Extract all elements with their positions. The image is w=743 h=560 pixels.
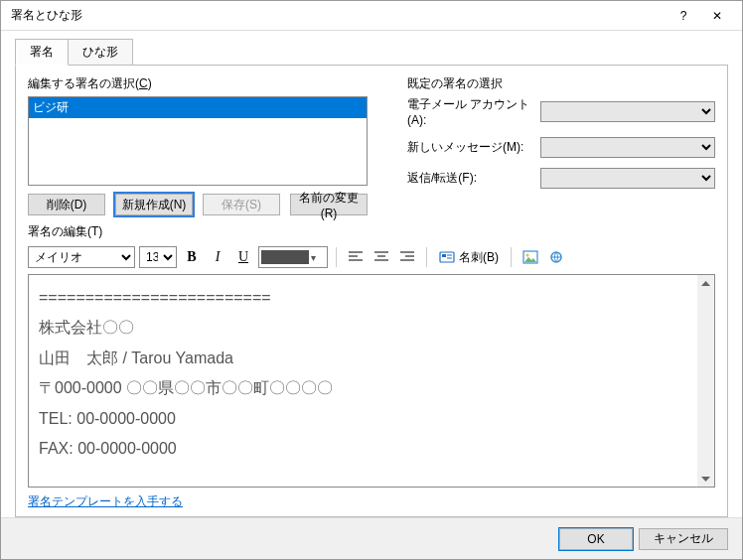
font-size-select[interactable]: 13.5 bbox=[139, 246, 177, 268]
scroll-up-icon[interactable] bbox=[697, 275, 714, 292]
chevron-down-icon: ▾ bbox=[311, 252, 316, 263]
new-button[interactable]: 新規作成(N) bbox=[115, 194, 193, 215]
insert-link-button[interactable] bbox=[545, 246, 567, 268]
ok-button[interactable]: OK bbox=[559, 528, 633, 550]
separator bbox=[511, 247, 512, 267]
titlebar: 署名とひな形 ? ✕ bbox=[1, 1, 742, 31]
select-newmsg[interactable] bbox=[540, 137, 715, 158]
row-reply: 返信/転送(F): bbox=[407, 168, 715, 189]
dialog-footer: OK キャンセル bbox=[1, 517, 742, 559]
get-templates-link[interactable]: 署名テンプレートを入手する bbox=[28, 493, 715, 510]
row-account: 電子メール アカウント(A): bbox=[407, 96, 715, 127]
align-right-button[interactable] bbox=[396, 246, 418, 268]
tab-strip: 署名 ひな形 bbox=[15, 39, 728, 66]
align-center-button[interactable] bbox=[371, 246, 392, 268]
dialog-content: 署名 ひな形 編集する署名の選択(C) ビジ研 削除(D) 新規作成(N) 保存… bbox=[1, 31, 742, 517]
edit-signature-label: 署名の編集(T) bbox=[28, 223, 715, 240]
label-newmsg: 新しいメッセージ(M): bbox=[407, 139, 534, 156]
editor-line: TEL: 00-0000-0000 bbox=[39, 404, 687, 434]
signature-buttons: 削除(D) 新規作成(N) 保存(S) 名前の変更(R) bbox=[28, 194, 368, 215]
signature-select-group: 編集する署名の選択(C) ビジ研 削除(D) 新規作成(N) 保存(S) 名前の… bbox=[28, 75, 368, 215]
font-color-button[interactable]: ▾ bbox=[258, 246, 328, 268]
scroll-down-icon[interactable] bbox=[697, 470, 714, 487]
editor-line: 山田 太郎 / Tarou Yamada bbox=[39, 344, 687, 373]
select-reply[interactable] bbox=[540, 168, 715, 189]
cancel-button[interactable]: キャンセル bbox=[639, 528, 728, 550]
bold-button[interactable]: B bbox=[181, 246, 203, 268]
default-signature-label: 既定の署名の選択 bbox=[407, 75, 715, 92]
insert-image-button[interactable] bbox=[520, 246, 541, 268]
font-family-select[interactable]: メイリオ bbox=[28, 246, 135, 268]
editor-line: ========================= bbox=[39, 283, 687, 313]
card-icon bbox=[439, 250, 455, 264]
tab-signature[interactable]: 署名 bbox=[15, 39, 69, 66]
business-card-button[interactable]: 名刺(B) bbox=[435, 246, 503, 268]
row-newmsg: 新しいメッセージ(M): bbox=[407, 137, 715, 158]
label-reply: 返信/転送(F): bbox=[407, 170, 534, 187]
save-button: 保存(S) bbox=[203, 194, 280, 215]
separator bbox=[336, 247, 337, 267]
help-button[interactable]: ? bbox=[667, 2, 700, 30]
dialog-window: 署名とひな形 ? ✕ 署名 ひな形 編集する署名の選択(C) ビジ研 削除(D) bbox=[0, 0, 743, 560]
align-left-button[interactable] bbox=[345, 246, 367, 268]
default-signature-group: 既定の署名の選択 電子メール アカウント(A): 新しいメッセージ(M): 返信… bbox=[407, 75, 715, 215]
editor-container: ========================= 株式会社〇〇 山田 太郎 /… bbox=[28, 274, 715, 488]
select-account[interactable] bbox=[540, 101, 715, 122]
signature-select-label: 編集する署名の選択(C) bbox=[28, 75, 368, 92]
separator bbox=[426, 247, 427, 267]
window-title: 署名とひな形 bbox=[11, 7, 667, 24]
svg-point-3 bbox=[526, 254, 529, 257]
signature-editor[interactable]: ========================= 株式会社〇〇 山田 太郎 /… bbox=[29, 275, 697, 487]
delete-button[interactable]: 削除(D) bbox=[28, 194, 105, 215]
signature-list[interactable]: ビジ研 bbox=[28, 96, 368, 186]
tab-stationery[interactable]: ひな形 bbox=[69, 39, 133, 66]
svg-rect-1 bbox=[442, 254, 446, 257]
underline-button[interactable]: U bbox=[232, 246, 254, 268]
tab-panel: 編集する署名の選択(C) ビジ研 削除(D) 新規作成(N) 保存(S) 名前の… bbox=[15, 65, 728, 517]
label-account: 電子メール アカウント(A): bbox=[407, 96, 534, 127]
vertical-scrollbar[interactable] bbox=[697, 275, 714, 487]
editor-line: FAX: 00-0000-0000 bbox=[39, 434, 687, 464]
rename-button[interactable]: 名前の変更(R) bbox=[290, 194, 368, 215]
color-swatch bbox=[261, 250, 309, 264]
editor-line: 株式会社〇〇 bbox=[39, 313, 687, 343]
editor-line: 〒000-0000 〇〇県〇〇市〇〇町〇〇〇〇 bbox=[39, 373, 687, 403]
signature-list-item[interactable]: ビジ研 bbox=[29, 97, 367, 118]
editor-toolbar: メイリオ 13.5 B I U ▾ bbox=[28, 244, 715, 270]
italic-button[interactable]: I bbox=[207, 246, 228, 268]
close-button[interactable]: ✕ bbox=[700, 2, 734, 30]
top-row: 編集する署名の選択(C) ビジ研 削除(D) 新規作成(N) 保存(S) 名前の… bbox=[28, 75, 715, 215]
